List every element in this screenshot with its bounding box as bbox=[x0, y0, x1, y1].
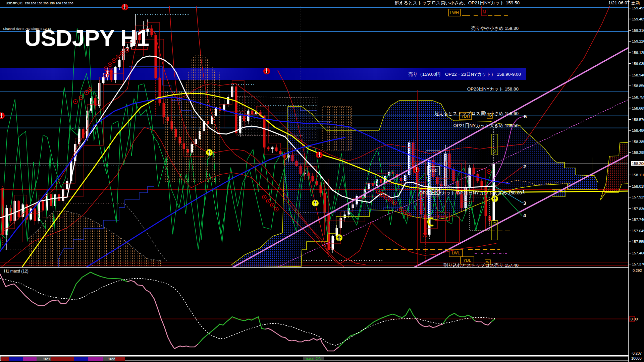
svg-text:H1 macd (12): H1 macd (12) bbox=[4, 269, 29, 274]
svg-text:M: M bbox=[483, 10, 486, 14]
svg-text:157.645: 157.645 bbox=[632, 229, 644, 233]
svg-text:macd ON: macd ON bbox=[305, 356, 322, 361]
svg-text:158.295: 158.295 bbox=[632, 150, 644, 155]
svg-text:159.035: 159.035 bbox=[632, 62, 644, 66]
svg-text:OP21日NYカット大きめ 158.50: OP21日NYカット大きめ 158.50 bbox=[453, 123, 519, 128]
svg-text:OP22日NYカット/OP21日NYカット大きめ 158.0: OP22日NYカット/OP21日NYカット大きめ 158.00 bbox=[419, 190, 522, 195]
svg-text:158.940: 158.940 bbox=[632, 73, 644, 77]
svg-text:LMH: LMH bbox=[438, 215, 446, 219]
svg-text:LWL: LWL bbox=[452, 251, 460, 255]
svg-text:2: 2 bbox=[523, 164, 526, 169]
svg-text:0.292: 0.292 bbox=[633, 268, 642, 273]
svg-text:158.755: 158.755 bbox=[632, 95, 644, 99]
svg-text:1/21 06:07 更新: 1/21 06:07 更新 bbox=[608, 0, 640, 5]
svg-text:158.570: 158.570 bbox=[632, 118, 644, 122]
svg-text:158.480: 158.480 bbox=[632, 128, 644, 132]
svg-text:157.555: 157.555 bbox=[632, 240, 644, 244]
svg-text:157.740: 157.740 bbox=[632, 218, 644, 222]
svg-text:157.370: 157.370 bbox=[632, 262, 644, 266]
svg-text:超えるとストップロス買い小さめ 158.60: 超えるとストップロス買い小さめ 158.60 bbox=[434, 111, 519, 116]
svg-text:D: D bbox=[493, 149, 496, 154]
svg-text:4: 4 bbox=[523, 213, 526, 218]
svg-text:159.495: 159.495 bbox=[632, 6, 644, 10]
svg-text:158.015: 158.015 bbox=[632, 184, 644, 188]
svg-text:USDJPY H1: USDJPY H1 bbox=[24, 25, 149, 51]
svg-text:157.460: 157.460 bbox=[632, 251, 644, 255]
svg-text:159.220: 159.220 bbox=[632, 39, 644, 43]
svg-text:USDJPY,H1 158.206 158.206 158: USDJPY,H1 158.206 158.206 158.206 158.20… bbox=[6, 1, 73, 5]
svg-text:超えるとストップロス買い小さめ、OP21日NYカット 159: 超えるとストップロス買い小さめ、OP21日NYカット 159.50 bbox=[394, 0, 520, 5]
svg-text:159.125: 159.125 bbox=[632, 51, 644, 55]
svg-text:1/21: 1/21 bbox=[43, 357, 50, 361]
svg-text:売り（159.00円 OP22・23日NYカット） 158.: 売り（159.00円 OP22・23日NYカット） 158.90-9.00 bbox=[409, 72, 521, 77]
svg-text:158.385: 158.385 bbox=[632, 140, 644, 144]
svg-text:1: 1 bbox=[522, 189, 525, 194]
svg-text:3: 3 bbox=[523, 200, 526, 206]
svg-text:1/22: 1/22 bbox=[108, 357, 115, 361]
svg-text:5: 5 bbox=[524, 114, 527, 119]
svg-text:157.925: 157.925 bbox=[632, 195, 644, 199]
svg-text:10000: 10000 bbox=[631, 356, 642, 360]
svg-text:売りやや小さめ 159.30: 売りやや小さめ 159.30 bbox=[471, 26, 519, 31]
svg-text:割り込むとストップロス売り 157.40: 割り込むとストップロス売り 157.40 bbox=[443, 263, 519, 268]
svg-text:D: D bbox=[493, 222, 496, 226]
svg-text:158.850: 158.850 bbox=[632, 84, 644, 88]
svg-text:0.00: 0.00 bbox=[631, 317, 638, 321]
svg-text:OP23日NYカット 158.80: OP23日NYカット 158.80 bbox=[467, 86, 519, 92]
svg-text:YDL: YDL bbox=[463, 258, 471, 263]
svg-text:159.405: 159.405 bbox=[632, 17, 644, 21]
svg-text:158.110: 158.110 bbox=[632, 173, 644, 177]
svg-text:-0.207: -0.207 bbox=[631, 351, 642, 355]
svg-text:157.830: 157.830 bbox=[632, 207, 644, 211]
svg-text:YDC: YDC bbox=[429, 168, 438, 173]
svg-text:LWH: LWH bbox=[450, 10, 459, 15]
svg-text:158.665: 158.665 bbox=[632, 106, 644, 110]
svg-text:159.310: 159.310 bbox=[632, 28, 644, 33]
svg-text:158.206: 158.206 bbox=[632, 162, 644, 166]
